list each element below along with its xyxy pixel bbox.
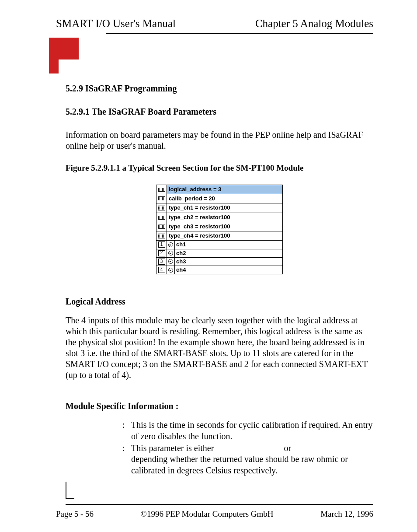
channel-ch3[interactable]: ch3 (175, 258, 282, 266)
channel-index-box: 2 (156, 249, 167, 257)
def-desc-type-mid: or (216, 443, 291, 453)
definition-list: : This is the time in seconds for cyclic… (66, 420, 373, 476)
page-number: Page 5 - 56 (56, 509, 94, 519)
def-colon: : (122, 443, 131, 476)
direction-icon (167, 241, 175, 248)
channel-ch2[interactable]: ch2 (175, 249, 282, 257)
def-desc-type-pre: This parameter is either (131, 443, 216, 453)
footer-divider (66, 504, 373, 505)
channel-ch4[interactable]: ch4 (175, 266, 282, 274)
copyright: ©1996 PEP Modular Computers GmbH (141, 509, 274, 519)
def-desc-calib: This is the time in seconds for cyclic c… (131, 420, 373, 442)
direction-icon (167, 266, 175, 274)
param-type-ch2[interactable]: type_ch2 = resistor100 (167, 213, 282, 222)
param-logical-address[interactable]: logical_address = 3 (167, 185, 282, 194)
param-type-ch3[interactable]: type_ch3 = resistor100 (167, 222, 282, 231)
channel-index-box: 4 (156, 266, 167, 274)
chip-icon (156, 185, 167, 194)
param-calib-period[interactable]: calib_period = 20 (167, 194, 282, 203)
section-heading-5-2-9: 5.2.9 ISaGRAF Programming (66, 83, 373, 94)
logical-address-text: The 4 inputs of this module may be clear… (66, 315, 373, 381)
chip-icon (156, 231, 167, 240)
manual-title: SMART I/O User's Manual (56, 18, 176, 30)
direction-icon (167, 249, 175, 257)
def-term (66, 443, 122, 476)
chapter-title: Chapter 5 Analog Modules (255, 18, 373, 30)
chip-icon (156, 203, 167, 212)
channel-index-box: 1 (156, 241, 167, 248)
module-info-title: Module Specific Information : (66, 401, 373, 412)
param-type-ch4[interactable]: type_ch4 = resistor100 (167, 231, 282, 240)
chip-icon (156, 194, 167, 203)
channel-index-box: 3 (156, 258, 167, 266)
channel-ch1[interactable]: ch1 (175, 241, 282, 248)
date: March 12, 1996 (320, 509, 373, 519)
def-desc-type-post: depending whether the returned value sho… (131, 454, 348, 475)
direction-icon (167, 258, 175, 266)
logical-address-title: Logical Address (66, 296, 373, 307)
board-params-screenshot: logical_address = 3 calib_period = 20 ty… (156, 185, 283, 275)
figure-title: Figure 5.2.9.1.1 a Typical Screen Sectio… (66, 163, 373, 173)
chip-icon (156, 213, 167, 222)
footer-corner-mark (66, 482, 66, 499)
def-desc-type: This parameter is either or depending wh… (131, 443, 373, 476)
chip-icon (156, 222, 167, 231)
def-colon: : (122, 420, 131, 442)
section-heading-5-2-9-1: 5.2.9.1 The ISaGRAF Board Parameters (66, 106, 373, 117)
intro-paragraph: Information on board parameters may be f… (66, 130, 373, 151)
param-type-ch1[interactable]: type_ch1 = resistor100 (167, 203, 282, 212)
brand-logo (49, 38, 79, 60)
def-term (66, 420, 122, 442)
